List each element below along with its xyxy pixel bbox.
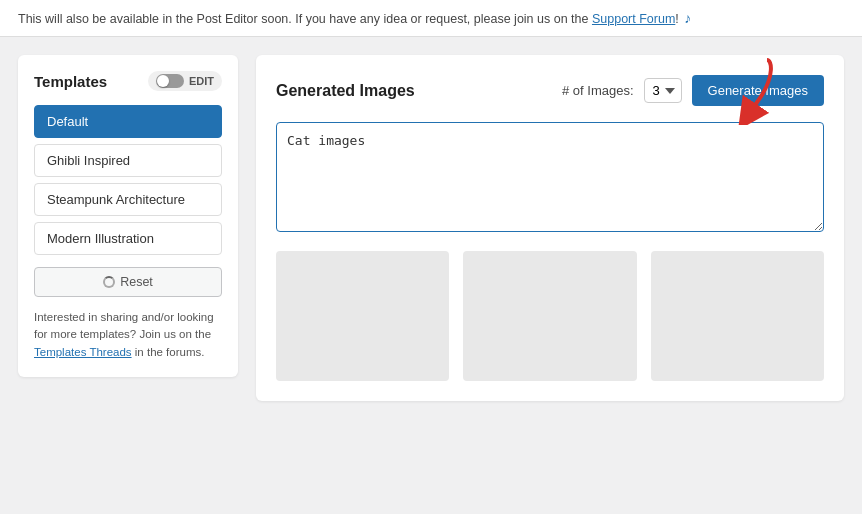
image-placeholder-1 — [276, 251, 449, 381]
footer-text: Interested in sharing and/or looking for… — [34, 311, 214, 340]
exclamation: ! — [675, 12, 678, 26]
template-list: Default Ghibli Inspired Steampunk Archit… — [34, 105, 222, 255]
sidebar: Templates EDIT Default Ghibli Inspired S… — [18, 55, 238, 377]
image-placeholder-3 — [651, 251, 824, 381]
template-label-ghibli: Ghibli Inspired — [47, 153, 130, 168]
top-bar-text: This will also be available in the Post … — [18, 12, 592, 26]
template-item-modern[interactable]: Modern Illustration — [34, 222, 222, 255]
template-item-default[interactable]: Default — [34, 105, 222, 138]
sidebar-title: Templates — [34, 73, 107, 90]
main-area: Templates EDIT Default Ghibli Inspired S… — [0, 37, 862, 419]
template-item-ghibli[interactable]: Ghibli Inspired — [34, 144, 222, 177]
footer-end: in the forums. — [132, 346, 205, 358]
generated-images-title: Generated Images — [276, 82, 415, 100]
edit-label: EDIT — [189, 75, 214, 87]
header-controls: # of Images: 1 2 3 4 5 Generate Images — [562, 75, 824, 106]
reset-button[interactable]: Reset — [34, 267, 222, 297]
reset-spinner-icon — [103, 276, 115, 288]
main-content: Generated Images # of Images: 1 2 3 4 5 … — [256, 55, 844, 401]
sidebar-footer: Interested in sharing and/or looking for… — [34, 309, 222, 361]
support-forum-link[interactable]: Support Forum — [592, 12, 675, 26]
sidebar-header: Templates EDIT — [34, 71, 222, 91]
template-label-modern: Modern Illustration — [47, 231, 154, 246]
toggle-knob — [157, 75, 169, 87]
templates-threads-link[interactable]: Templates Threads — [34, 346, 132, 358]
content-header: Generated Images # of Images: 1 2 3 4 5 … — [276, 75, 824, 106]
edit-toggle[interactable]: EDIT — [148, 71, 222, 91]
generate-images-button[interactable]: Generate Images — [692, 75, 824, 106]
images-count-label: # of Images: — [562, 83, 634, 98]
toggle-switch[interactable] — [156, 74, 184, 88]
prompt-textarea[interactable]: Cat images — [276, 122, 824, 232]
reset-label: Reset — [120, 275, 153, 289]
num-images-select[interactable]: 1 2 3 4 5 — [644, 78, 682, 103]
top-bar: This will also be available in the Post … — [0, 0, 862, 37]
template-item-steampunk[interactable]: Steampunk Architecture — [34, 183, 222, 216]
template-label-steampunk: Steampunk Architecture — [47, 192, 185, 207]
image-grid — [276, 251, 824, 381]
music-icon: ♪ — [684, 10, 691, 26]
image-placeholder-2 — [463, 251, 636, 381]
template-label-default: Default — [47, 114, 88, 129]
